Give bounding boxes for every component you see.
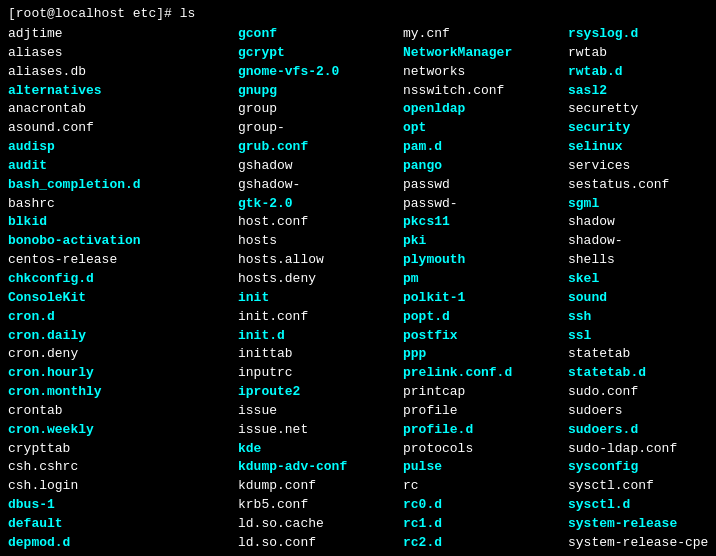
list-item: crypttab — [8, 440, 238, 459]
list-item: kdump-adv-conf — [238, 458, 403, 477]
list-item: sudoers — [568, 402, 716, 421]
terminal: [root@localhost etc]# ls adjtimegconfmy.… — [8, 6, 708, 553]
list-item: rwtab.d — [568, 63, 716, 82]
list-item: gcrypt — [238, 44, 403, 63]
list-item: alternatives — [8, 82, 238, 101]
list-item: system-release — [568, 515, 716, 534]
list-item: security — [568, 119, 716, 138]
list-item: bonobo-activation — [8, 232, 238, 251]
list-item: host.conf — [238, 213, 403, 232]
list-item: anacrontab — [8, 100, 238, 119]
list-item: plymouth — [403, 251, 568, 270]
list-item: cron.hourly — [8, 364, 238, 383]
list-item: gnupg — [238, 82, 403, 101]
list-item: ssh — [568, 308, 716, 327]
list-item: init — [238, 289, 403, 308]
list-item: statetab.d — [568, 364, 716, 383]
list-item: asound.conf — [8, 119, 238, 138]
list-item: protocols — [403, 440, 568, 459]
list-item: ssl — [568, 327, 716, 346]
list-item: nsswitch.conf — [403, 82, 568, 101]
list-item: krb5.conf — [238, 496, 403, 515]
list-item: securetty — [568, 100, 716, 119]
list-item: passwd- — [403, 195, 568, 214]
list-item: pm — [403, 270, 568, 289]
list-item: chkconfig.d — [8, 270, 238, 289]
list-item: popt.d — [403, 308, 568, 327]
list-item: services — [568, 157, 716, 176]
list-item: bash_completion.d — [8, 176, 238, 195]
list-item: system-release-cpe — [568, 534, 716, 553]
list-item: kde — [238, 440, 403, 459]
list-item: selinux — [568, 138, 716, 157]
prompt-line: [root@localhost etc]# ls — [8, 6, 708, 21]
list-item: adjtime — [8, 25, 238, 44]
list-item: pango — [403, 157, 568, 176]
list-item: pki — [403, 232, 568, 251]
list-item: cron.d — [8, 308, 238, 327]
list-item: shadow- — [568, 232, 716, 251]
list-item: polkit-1 — [403, 289, 568, 308]
list-item: opt — [403, 119, 568, 138]
list-item: ConsoleKit — [8, 289, 238, 308]
list-item: crontab — [8, 402, 238, 421]
list-item: profile.d — [403, 421, 568, 440]
list-item: gshadow — [238, 157, 403, 176]
list-item: openldap — [403, 100, 568, 119]
list-item: aliases.db — [8, 63, 238, 82]
list-item: passwd — [403, 176, 568, 195]
list-item: shadow — [568, 213, 716, 232]
list-item: hosts.deny — [238, 270, 403, 289]
list-item: inputrc — [238, 364, 403, 383]
list-item: rsyslog.d — [568, 25, 716, 44]
list-item: grub.conf — [238, 138, 403, 157]
list-item: aliases — [8, 44, 238, 63]
list-item: rc — [403, 477, 568, 496]
list-item: gshadow- — [238, 176, 403, 195]
list-item: csh.cshrc — [8, 458, 238, 477]
list-item: sudoers.d — [568, 421, 716, 440]
list-item: pam.d — [403, 138, 568, 157]
list-item: rwtab — [568, 44, 716, 63]
list-item: centos-release — [8, 251, 238, 270]
list-item: statetab — [568, 345, 716, 364]
list-item: iproute2 — [238, 383, 403, 402]
list-item: rc2.d — [403, 534, 568, 553]
list-item: sgml — [568, 195, 716, 214]
list-item: sasl2 — [568, 82, 716, 101]
list-item: sysctl.conf — [568, 477, 716, 496]
list-item: sysctl.d — [568, 496, 716, 515]
list-item: ppp — [403, 345, 568, 364]
list-item: pkcs11 — [403, 213, 568, 232]
list-item: shells — [568, 251, 716, 270]
list-item: sysconfig — [568, 458, 716, 477]
list-item: csh.login — [8, 477, 238, 496]
list-item: rc0.d — [403, 496, 568, 515]
ls-output: adjtimegconfmy.cnfrsyslog.daliasesgcrypt… — [8, 25, 708, 553]
list-item: profile — [403, 402, 568, 421]
list-item: sudo.conf — [568, 383, 716, 402]
list-item: kdump.conf — [238, 477, 403, 496]
list-item: init.d — [238, 327, 403, 346]
list-item: gconf — [238, 25, 403, 44]
list-item: networks — [403, 63, 568, 82]
list-item: hosts.allow — [238, 251, 403, 270]
list-item: dbus-1 — [8, 496, 238, 515]
list-item: my.cnf — [403, 25, 568, 44]
list-item: gtk-2.0 — [238, 195, 403, 214]
list-item: cron.weekly — [8, 421, 238, 440]
list-item: pulse — [403, 458, 568, 477]
list-item: cron.monthly — [8, 383, 238, 402]
list-item: init.conf — [238, 308, 403, 327]
list-item: depmod.d — [8, 534, 238, 553]
list-item: rc1.d — [403, 515, 568, 534]
list-item: bashrc — [8, 195, 238, 214]
list-item: inittab — [238, 345, 403, 364]
list-item: postfix — [403, 327, 568, 346]
list-item: cron.daily — [8, 327, 238, 346]
list-item: printcap — [403, 383, 568, 402]
list-item: group- — [238, 119, 403, 138]
list-item: group — [238, 100, 403, 119]
list-item: audit — [8, 157, 238, 176]
list-item: sudo-ldap.conf — [568, 440, 716, 459]
